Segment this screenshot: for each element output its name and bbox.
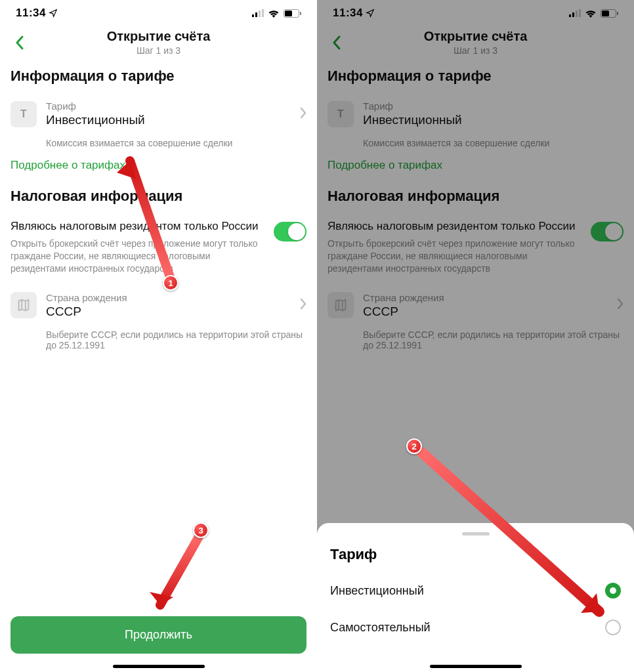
tariff-section-title: Информация о тарифе xyxy=(11,62,306,93)
back-button[interactable] xyxy=(11,33,29,52)
tariff-row[interactable]: T Тариф Инвестиционный xyxy=(328,93,623,135)
birth-country-body: Страна рождения СССР xyxy=(46,292,291,319)
tariff-row-body: Тариф Инвестиционный xyxy=(46,100,291,127)
battery-icon xyxy=(601,9,618,18)
birth-country-label: Страна рождения xyxy=(46,292,291,303)
tax-toggle-desc: Открыть брокерский счёт через приложение… xyxy=(11,238,266,275)
svg-rect-10 xyxy=(579,9,581,17)
tariff-icon: T xyxy=(328,101,354,127)
tariff-row-body: Тариф Инвестиционный xyxy=(363,100,623,127)
home-indicator xyxy=(430,665,522,668)
nav-header: Открытие счёта Шаг 1 из 3 xyxy=(0,24,317,62)
birth-country-body: Страна рождения СССР xyxy=(363,292,608,319)
birth-country-note: Выберите СССР, если родились на территор… xyxy=(328,327,623,357)
nav-header: Открытие счёта Шаг 1 из 3 xyxy=(317,24,634,62)
more-tariffs-link[interactable]: Подробнее о тарифах xyxy=(328,155,623,182)
annotation-badge-2: 2 xyxy=(406,438,422,454)
sheet-option-0[interactable]: Инвестиционный xyxy=(330,572,621,609)
tax-toggle-desc: Открыть брокерский счёт через приложение… xyxy=(328,238,583,275)
status-time: 11:34 xyxy=(16,7,46,20)
tax-resident-toggle[interactable] xyxy=(591,222,623,242)
sheet-option-1[interactable]: Самостоятельный xyxy=(330,609,621,646)
page-subtitle: Шаг 1 из 3 xyxy=(346,45,605,56)
radio-unselected-icon xyxy=(605,620,621,635)
svg-rect-8 xyxy=(572,12,574,17)
statusbar: 11:34 xyxy=(317,0,634,24)
svg-rect-1 xyxy=(255,12,257,17)
tariff-section-title: Информация о тарифе xyxy=(328,62,623,93)
page-title: Открытие счёта xyxy=(346,29,605,44)
radio-selected-icon xyxy=(605,583,621,598)
wifi-icon xyxy=(268,9,280,18)
phone-screen-right: 11:34 Открытие счёта Шаг 1 из 3 Информац… xyxy=(317,0,634,672)
chevron-left-icon xyxy=(15,35,24,51)
svg-rect-3 xyxy=(262,9,264,17)
nav-title-wrap: Открытие счёта Шаг 1 из 3 xyxy=(29,29,288,56)
status-time-wrap: 11:34 xyxy=(333,7,375,20)
svg-rect-2 xyxy=(259,10,261,17)
chevron-right-icon xyxy=(300,107,306,121)
back-button[interactable] xyxy=(328,33,346,52)
chevron-left-icon xyxy=(332,35,341,51)
tax-toggle-title: Являюсь налоговым резидентом только Росс… xyxy=(11,219,266,234)
more-tariffs-link[interactable]: Подробнее о тарифах xyxy=(11,155,306,182)
tax-resident-block: Являюсь налоговым резидентом только Росс… xyxy=(11,213,306,279)
birth-country-row[interactable]: Страна рождения СССР xyxy=(11,284,306,327)
tariff-row-value: Инвестиционный xyxy=(46,113,291,127)
tariff-row-label: Тариф xyxy=(46,100,291,112)
status-right xyxy=(569,9,618,18)
map-icon xyxy=(328,292,354,318)
cellular-icon xyxy=(569,9,581,17)
birth-country-value: СССР xyxy=(363,304,608,319)
annotation-badge-1: 1 xyxy=(163,275,179,291)
sheet-title: Тариф xyxy=(330,546,621,572)
svg-rect-6 xyxy=(300,12,301,15)
status-time-wrap: 11:34 xyxy=(16,7,58,20)
content: Информация о тарифе T Тариф Инвестиционн… xyxy=(0,62,317,616)
cellular-icon xyxy=(252,9,264,17)
tariff-row[interactable]: T Тариф Инвестиционный xyxy=(11,93,306,135)
location-icon xyxy=(49,9,58,18)
page-title: Открытие счёта xyxy=(29,29,288,44)
tax-section-title: Налоговая информация xyxy=(328,182,623,213)
annotation-badge-3: 3 xyxy=(193,522,209,538)
status-right xyxy=(252,9,301,18)
tax-toggle-text: Являюсь налоговым резидентом только Росс… xyxy=(328,219,583,275)
tariff-row-value: Инвестиционный xyxy=(363,113,623,127)
phone-screen-left: 11:34 Открытие счёта Шаг 1 из 3 Информац… xyxy=(0,0,317,672)
svg-rect-13 xyxy=(617,12,618,15)
tax-resident-block: Являюсь налоговым резидентом только Росс… xyxy=(328,213,623,279)
tax-resident-toggle[interactable] xyxy=(274,222,306,242)
svg-rect-0 xyxy=(252,14,254,17)
continue-button[interactable]: Продолжить xyxy=(11,616,306,654)
statusbar: 11:34 xyxy=(0,0,317,24)
sheet-option-label: Инвестиционный xyxy=(330,584,424,598)
birth-country-label: Страна рождения xyxy=(363,292,608,303)
tariff-note: Комиссия взимается за совершение сделки xyxy=(11,135,306,155)
nav-title-wrap: Открытие счёта Шаг 1 из 3 xyxy=(346,29,605,56)
map-icon xyxy=(11,292,37,318)
wifi-icon xyxy=(585,9,597,18)
birth-country-value: СССР xyxy=(46,304,291,319)
chevron-right-icon xyxy=(617,298,623,312)
svg-rect-5 xyxy=(285,10,292,16)
tax-section-title: Налоговая информация xyxy=(11,182,306,213)
tax-toggle-text: Являюсь налоговым резидентом только Росс… xyxy=(11,219,266,275)
battery-icon xyxy=(284,9,301,18)
tariff-note: Комиссия взимается за совершение сделки xyxy=(328,135,623,155)
home-indicator xyxy=(113,665,205,668)
birth-country-note: Выберите СССР, если родились на территор… xyxy=(11,327,306,357)
tariff-bottom-sheet: Тариф Инвестиционный Самостоятельный xyxy=(317,523,634,672)
status-time: 11:34 xyxy=(333,7,363,20)
svg-rect-7 xyxy=(569,14,571,17)
tax-toggle-title: Являюсь налоговым резидентом только Росс… xyxy=(328,219,583,234)
chevron-right-icon xyxy=(300,298,306,312)
tariff-row-label: Тариф xyxy=(363,100,623,112)
svg-rect-9 xyxy=(576,10,578,17)
sheet-option-label: Самостоятельный xyxy=(330,621,431,635)
sheet-grabber[interactable] xyxy=(462,532,490,536)
location-icon xyxy=(366,9,375,18)
tariff-icon: T xyxy=(11,101,37,127)
birth-country-row[interactable]: Страна рождения СССР xyxy=(328,284,623,327)
page-subtitle: Шаг 1 из 3 xyxy=(29,45,288,56)
